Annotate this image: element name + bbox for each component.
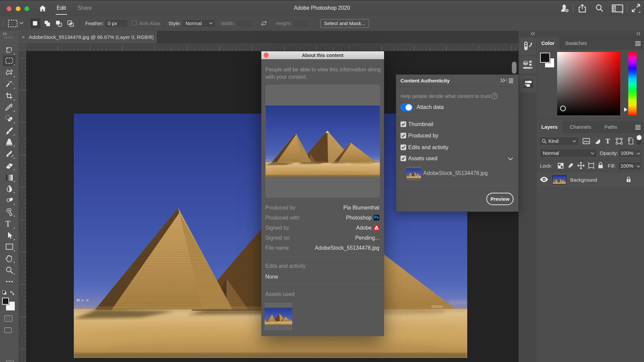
- svg-text:?: ?: [493, 94, 496, 99]
